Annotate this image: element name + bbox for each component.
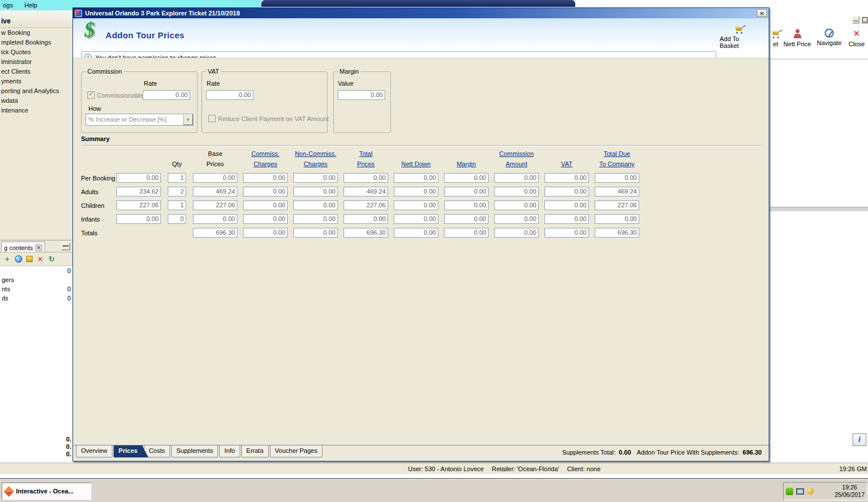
tray-display-icon[interactable] xyxy=(796,488,804,495)
chevron-down-icon[interactable]: ▼ xyxy=(183,114,193,125)
summary-field[interactable]: 0.00 xyxy=(243,200,288,210)
globe-icon[interactable] xyxy=(15,255,22,263)
taskbar-app-button[interactable]: Interactive - Ocea... xyxy=(2,483,91,500)
menu-item-help[interactable]: Help xyxy=(23,1,39,9)
summary-field[interactable]: 0.00 xyxy=(116,214,161,224)
summary-field[interactable]: 227.06 xyxy=(595,200,639,210)
summary-field[interactable]: 0.00 xyxy=(293,200,338,210)
summary-field[interactable]: 0.00 xyxy=(293,187,338,196)
refresh-icon[interactable]: ↻ xyxy=(48,255,55,263)
tab-info[interactable]: Info xyxy=(219,445,240,457)
delete-icon[interactable]: ✕ xyxy=(37,255,44,263)
add-icon[interactable]: + xyxy=(3,255,11,263)
summary-field[interactable]: 0.00 xyxy=(544,228,589,238)
summary-field[interactable]: 0.00 xyxy=(595,173,639,183)
sidebar-item[interactable]: porting and Analytics xyxy=(0,86,72,96)
sidebar-item[interactable]: w Booking xyxy=(0,28,72,38)
summary-field[interactable]: 227.06 xyxy=(193,200,237,210)
et-button[interactable]: et xyxy=(769,25,782,59)
summary-field[interactable]: 469.24 xyxy=(595,187,639,196)
maximize-icon[interactable] xyxy=(861,16,868,23)
commission-rate-field[interactable]: 0.00 xyxy=(143,90,190,100)
summary-field[interactable]: 1 xyxy=(168,173,186,183)
summary-field[interactable]: 696.30 xyxy=(344,228,388,238)
summary-field[interactable]: 0.00 xyxy=(394,187,438,196)
summary-field[interactable]: 0.00 xyxy=(243,173,288,183)
summary-field[interactable]: 0.00 xyxy=(494,214,539,224)
column-header[interactable]: To Company xyxy=(580,160,653,167)
summary-field[interactable]: 0.00 xyxy=(444,200,488,210)
summary-field[interactable]: 227.06 xyxy=(344,200,388,210)
summary-field[interactable]: 0.00 xyxy=(243,187,288,196)
commissionable-checkbox[interactable]: ✓ xyxy=(87,91,95,99)
summary-field[interactable]: 0.00 xyxy=(293,214,338,224)
summary-field[interactable]: 0.00 xyxy=(243,228,288,238)
tray-clock-icon[interactable] xyxy=(807,488,814,495)
tray-messenger-icon[interactable] xyxy=(786,488,793,495)
dialog-close-button[interactable]: ✕ xyxy=(757,9,767,17)
summary-field[interactable]: 0.00 xyxy=(193,214,237,224)
summary-field[interactable]: 234.62 xyxy=(116,187,161,196)
summary-field[interactable]: 1 xyxy=(168,200,186,210)
vat-rate-field[interactable]: 0.00 xyxy=(206,90,253,100)
minimize-icon[interactable]: — xyxy=(852,16,859,23)
tab-overview[interactable]: Overview xyxy=(76,445,112,457)
column-header[interactable]: Total Due xyxy=(580,150,653,157)
column-header[interactable]: Total xyxy=(329,150,402,157)
sidebar-item[interactable]: ect Clients xyxy=(0,67,72,77)
summary-field[interactable]: 0.00 xyxy=(544,200,589,210)
add-to-basket-button[interactable]: Add To Basket xyxy=(720,25,760,49)
summary-field[interactable]: 0.00 xyxy=(193,173,237,183)
tab-voucher-pages[interactable]: Voucher Pages xyxy=(270,445,323,457)
summary-field[interactable]: 0.00 xyxy=(116,173,161,183)
sidebar-item[interactable]: yments xyxy=(0,77,72,86)
summary-field[interactable]: 0.00 xyxy=(444,173,488,183)
summary-field[interactable]: 0.00 xyxy=(394,214,438,224)
sidebar-item[interactable]: intenance xyxy=(0,106,72,115)
summary-field[interactable]: 0.00 xyxy=(243,214,288,224)
summary-field[interactable]: 227.06 xyxy=(116,200,161,210)
sidebar-item[interactable]: wdata xyxy=(0,96,72,106)
summary-field[interactable]: 696.30 xyxy=(193,228,237,238)
tab-contents[interactable]: g contents ✕ xyxy=(1,242,45,252)
summary-field[interactable]: 0.00 xyxy=(444,214,488,224)
summary-field[interactable]: 0 xyxy=(168,214,186,224)
close-button[interactable]: ✕Close xyxy=(846,25,867,59)
close-tab-icon[interactable]: ✕ xyxy=(35,244,42,251)
tab-errata[interactable]: Errata xyxy=(241,445,269,457)
nett-price-button[interactable]: Nett Price xyxy=(782,25,813,59)
sidebar-item[interactable]: lministrator xyxy=(0,57,72,67)
column-header[interactable]: Commission xyxy=(480,150,553,157)
summary-field[interactable]: 0.00 xyxy=(595,214,639,224)
info-button[interactable]: i xyxy=(853,433,866,446)
summary-field[interactable]: 0.00 xyxy=(544,214,589,224)
summary-field[interactable]: 0.00 xyxy=(293,173,338,183)
summary-field[interactable]: 0.00 xyxy=(444,228,488,238)
summary-field[interactable]: 469.24 xyxy=(344,187,388,196)
summary-field[interactable]: 0.00 xyxy=(293,228,338,238)
tab-supplements[interactable]: Supplements xyxy=(171,445,218,457)
summary-field[interactable]: 0.00 xyxy=(494,187,539,196)
tab-prices[interactable]: Prices xyxy=(114,445,143,457)
export-icon[interactable] xyxy=(26,256,33,262)
summary-field[interactable]: 0.00 xyxy=(494,228,539,238)
summary-field[interactable]: 0.00 xyxy=(544,187,589,196)
dialog-titlebar[interactable]: Universal Orlando 3 Park Explorer Ticket… xyxy=(73,8,769,18)
summary-field[interactable]: 0.00 xyxy=(344,214,388,224)
summary-field[interactable]: 0.00 xyxy=(494,200,539,210)
margin-value-field[interactable]: 0.00 xyxy=(338,90,385,100)
summary-field[interactable]: 0.00 xyxy=(344,173,388,183)
summary-field[interactable]: 0.00 xyxy=(394,173,438,183)
summary-field[interactable]: 696.30 xyxy=(595,228,639,238)
sidebar-item[interactable]: ick Quotes xyxy=(0,47,72,57)
navigate-button[interactable]: Navigate xyxy=(813,25,846,59)
summary-field[interactable]: 0.00 xyxy=(444,187,488,196)
summary-field[interactable]: 2 xyxy=(168,187,186,196)
summary-field[interactable]: 0.00 xyxy=(494,173,539,183)
summary-field[interactable]: 0.00 xyxy=(544,173,589,183)
summary-field[interactable]: 0.00 xyxy=(394,200,438,210)
summary-field[interactable]: 0.00 xyxy=(394,228,438,238)
menu-item-ogs[interactable]: ogs xyxy=(1,1,15,9)
reduce-vat-checkbox[interactable] xyxy=(208,115,216,122)
how-dropdown[interactable]: % Increase or Decrease [%] ▼ xyxy=(86,114,193,126)
